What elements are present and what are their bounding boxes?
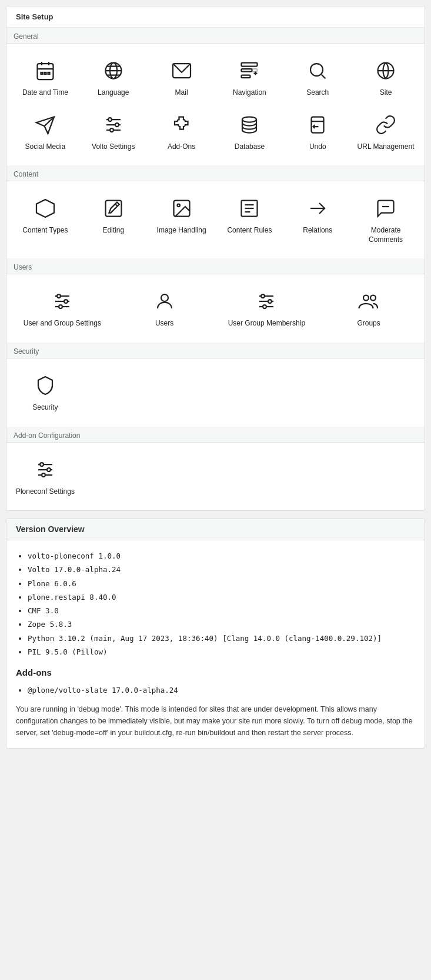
addon-config-section-label: Add-on Configuration (6, 427, 425, 443)
calendar-icon (32, 58, 58, 84)
user-group-membership-label: User Group Membership (228, 319, 305, 328)
content-types-label: Content Types (22, 226, 68, 235)
site-setup-title: Site Setup (6, 6, 425, 28)
volto-sliders-icon (101, 112, 126, 138)
database-item[interactable]: Database (216, 105, 284, 159)
url-management-item[interactable]: URL Management (352, 105, 420, 159)
package-item: Python 3.10.2 (main, Aug 17 2023, 18:36:… (28, 632, 415, 645)
addon-item: @plone/volto-slate 17.0.0-alpha.24 (28, 684, 415, 696)
svg-rect-5 (44, 72, 46, 74)
security-section-label: Security (6, 343, 425, 358)
svg-point-39 (177, 204, 180, 207)
page-wrapper: Site Setup General Date and Time Languag… (0, 0, 431, 762)
svg-point-30 (110, 128, 113, 132)
content-grid: Content Types Editing Image Handling (6, 181, 425, 258)
globe-icon (373, 58, 399, 84)
search-item[interactable]: Search (283, 51, 352, 105)
content-section-label: Content (6, 165, 425, 181)
puzzle-icon (169, 112, 195, 138)
security-grid: Security (6, 358, 425, 427)
content-rules-icon (236, 195, 262, 221)
social-icon (32, 112, 58, 138)
moderate-comments-item[interactable]: Moderate Comments (352, 188, 420, 251)
addons-list: @plone/volto-slate 17.0.0-alpha.24 (16, 684, 415, 696)
svg-rect-36 (105, 201, 121, 217)
users-section-label: Users (6, 258, 425, 274)
language-item[interactable]: Language (79, 51, 148, 105)
database-label: Database (235, 142, 265, 152)
groups-item[interactable]: Groups (318, 281, 420, 335)
svg-point-52 (161, 294, 168, 301)
users-label: Users (155, 319, 173, 328)
image-handling-item[interactable]: Image Handling (148, 188, 216, 251)
language-label: Language (98, 88, 129, 98)
version-body: volto-ploneconf 1.0.0 Volto 17.0.0-alpha… (6, 540, 425, 748)
content-rules-item[interactable]: Content Rules (216, 188, 284, 251)
package-item: plone.restapi 8.40.0 (28, 591, 415, 603)
svg-rect-15 (242, 69, 258, 72)
svg-point-64 (40, 463, 44, 466)
svg-point-65 (47, 468, 51, 471)
mail-label: Mail (175, 88, 188, 98)
social-media-item[interactable]: Social Media (11, 105, 79, 159)
url-management-label: URL Management (358, 142, 415, 152)
editing-item[interactable]: Editing (79, 188, 148, 251)
add-ons-label: Add-Ons (168, 142, 195, 152)
users-grid: User and Group Settings Users User Group… (6, 274, 425, 343)
user-group-settings-icon (49, 288, 75, 314)
general-grid: Date and Time Language Mail (6, 44, 425, 165)
user-group-settings-item[interactable]: User and Group Settings (11, 281, 113, 335)
svg-rect-13 (242, 63, 258, 67)
ploneconf-settings-item[interactable]: Ploneconf Settings (11, 450, 79, 504)
date-time-label: Date and Time (22, 88, 68, 98)
edit-icon (101, 195, 126, 221)
undo-icon (305, 112, 330, 138)
svg-point-58 (263, 305, 266, 308)
svg-point-59 (363, 295, 369, 301)
date-time-item[interactable]: Date and Time (11, 51, 79, 105)
moderate-comments-label: Moderate Comments (355, 226, 416, 244)
shield-icon (32, 373, 58, 398)
svg-rect-4 (41, 72, 42, 74)
addons-title: Add-ons (16, 665, 415, 680)
svg-point-19 (310, 64, 323, 76)
packages-list: volto-ploneconf 1.0.0 Volto 17.0.0-alpha… (16, 550, 415, 658)
general-section-label: General (6, 28, 425, 44)
relations-item[interactable]: Relations (283, 188, 352, 251)
mail-item[interactable]: Mail (148, 51, 216, 105)
svg-point-66 (42, 473, 45, 477)
svg-line-37 (115, 204, 118, 207)
package-item: PIL 9.5.0 (Pillow) (28, 646, 415, 658)
package-item: CMF 3.0 (28, 604, 415, 617)
security-label: Security (32, 403, 58, 413)
image-handling-label: Image Handling (157, 226, 206, 235)
search-icon (305, 58, 330, 84)
comments-icon (373, 195, 399, 221)
add-ons-item[interactable]: Add-Ons (148, 105, 216, 159)
site-item[interactable]: Site (352, 51, 420, 105)
content-rules-label: Content Rules (227, 226, 272, 235)
search-label: Search (306, 88, 329, 98)
url-icon (373, 112, 399, 138)
undo-item[interactable]: Undo (283, 105, 352, 159)
users-item[interactable]: Users (113, 281, 216, 335)
user-group-membership-icon (253, 288, 279, 314)
security-item[interactable]: Security (11, 366, 79, 420)
user-group-membership-item[interactable]: User Group Membership (216, 281, 318, 335)
content-types-item[interactable]: Content Types (11, 188, 79, 251)
package-item: Zope 5.8.3 (28, 618, 415, 630)
hexagon-icon (32, 195, 58, 221)
database-icon (236, 112, 262, 138)
svg-point-49 (57, 294, 61, 298)
svg-point-29 (115, 123, 119, 127)
svg-rect-0 (37, 64, 53, 79)
navigation-icon (236, 58, 262, 84)
language-icon (101, 58, 126, 84)
users-group-icon (356, 288, 382, 314)
ploneconf-settings-label: Ploneconf Settings (16, 487, 75, 497)
volto-settings-item[interactable]: Volto Settings (79, 105, 148, 159)
svg-line-20 (322, 75, 326, 79)
svg-point-31 (242, 117, 256, 122)
user-icon (152, 288, 178, 314)
navigation-item[interactable]: Navigation (216, 51, 284, 105)
